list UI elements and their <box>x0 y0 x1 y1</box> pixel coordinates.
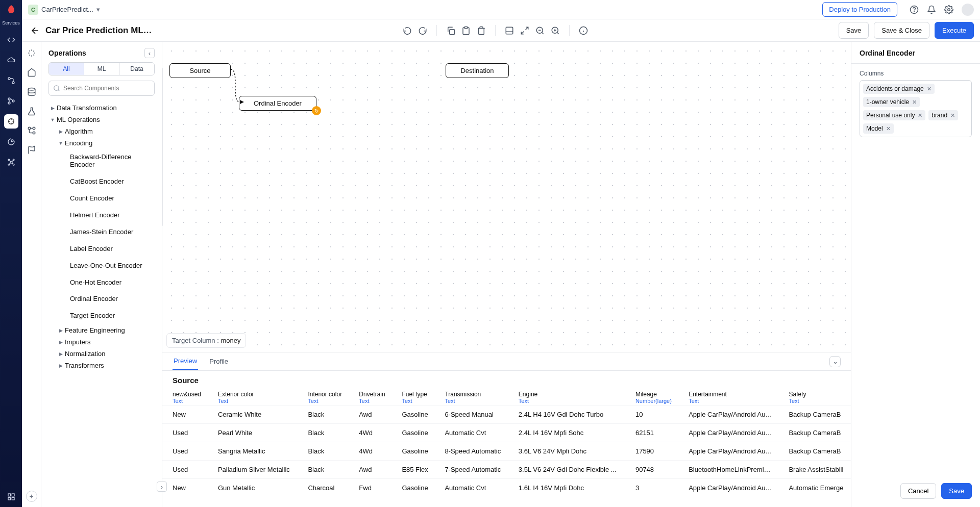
table-row[interactable]: UsedPearl WhiteBlack4WdGasolineAutomatic… <box>162 424 851 442</box>
tree-ml-operations[interactable]: ▼ML Operations <box>41 114 162 125</box>
column-tag[interactable]: Personal use only✕ <box>863 110 925 120</box>
table-cell: 10 <box>625 405 678 424</box>
rail-ml-icon[interactable] <box>4 155 18 169</box>
home-icon[interactable] <box>26 66 38 79</box>
tree-leaf[interactable]: One-Hot Encoder <box>41 274 162 291</box>
panel-save-button[interactable]: Save <box>941 483 972 499</box>
tab-data[interactable]: Data <box>119 63 154 75</box>
tree-leaf[interactable]: Count Encoder <box>41 190 162 207</box>
nodes-icon[interactable] <box>26 124 38 137</box>
table-row[interactable]: NewCeramic WhiteBlackAwdGasoline6-Speed … <box>162 405 851 424</box>
zoom-in-icon[interactable] <box>548 23 563 38</box>
tree-feature-engineering[interactable]: ▶Feature Engineering <box>41 324 162 336</box>
rail-diagram-icon[interactable] <box>4 73 18 88</box>
remove-tag-icon[interactable]: ✕ <box>950 112 955 119</box>
rail-pipeline-icon[interactable] <box>4 114 18 129</box>
node-ordinal-encoder[interactable]: Ordinal Encoder <box>239 96 316 111</box>
database-icon[interactable] <box>26 86 38 98</box>
table-row[interactable]: UsedPalladium Silver MetallicBlackAwdE85… <box>162 461 851 479</box>
tree-algorithm[interactable]: ▶Algorithm <box>41 125 162 137</box>
add-component-button[interactable]: + <box>26 491 37 502</box>
tree-leaf[interactable]: Helmert Encoder <box>41 207 162 224</box>
fullscreen-icon[interactable] <box>517 23 532 38</box>
save-button[interactable]: Save <box>839 22 869 39</box>
rail-cloud-icon[interactable] <box>4 53 18 67</box>
column-tag[interactable]: brand✕ <box>928 110 958 120</box>
tree-normalization[interactable]: ▶Normalization <box>41 348 162 360</box>
project-selector[interactable]: C CarPricePredict... ▾ <box>28 5 100 15</box>
column-header[interactable]: EngineText <box>508 388 625 405</box>
column-tag[interactable]: 1-owner vehicle✕ <box>863 97 920 107</box>
tree-leaf[interactable]: James-Stein Encoder <box>41 224 162 241</box>
user-avatar[interactable] <box>962 4 974 16</box>
rail-spiral-icon[interactable] <box>4 135 18 149</box>
tab-all[interactable]: All <box>49 63 84 75</box>
table-cell: Gasoline <box>391 424 434 442</box>
remove-tag-icon[interactable]: ✕ <box>918 112 922 119</box>
deploy-button[interactable]: Deploy to Production <box>822 2 897 17</box>
table-row[interactable]: NewGun MetallicCharcoalFwdGasolineAutoma… <box>162 479 851 497</box>
flask-icon[interactable] <box>26 105 38 117</box>
info-icon[interactable] <box>576 23 591 38</box>
back-button[interactable] <box>28 23 42 38</box>
column-tag[interactable]: Model✕ <box>863 123 894 134</box>
layout-icon[interactable] <box>502 23 517 38</box>
node-destination[interactable]: Destination <box>446 63 509 78</box>
column-header[interactable]: MileageNumber(large) <box>625 388 678 405</box>
node-source[interactable]: Source <box>169 63 231 78</box>
tree-leaf[interactable]: Label Encoder <box>41 241 162 258</box>
remove-tag-icon[interactable]: ✕ <box>886 125 891 132</box>
tree-encoding[interactable]: ▼Encoding <box>41 137 162 149</box>
bell-icon[interactable] <box>926 4 937 15</box>
column-header[interactable]: Exterior colorText <box>208 388 298 405</box>
column-header[interactable]: Fuel typeText <box>391 388 434 405</box>
undo-icon[interactable] <box>400 23 415 38</box>
tree-leaf[interactable]: CatBoost Encoder <box>41 173 162 190</box>
column-header[interactable]: Interior colorText <box>298 388 349 405</box>
table-cell: Automatic Emerge <box>778 479 851 497</box>
copy-icon[interactable] <box>443 23 458 38</box>
rail-branch-icon[interactable] <box>4 94 18 108</box>
tree-data-transformation[interactable]: ▶Data Transformation <box>41 102 162 114</box>
search-components[interactable] <box>48 81 155 96</box>
rail-code-icon[interactable] <box>4 33 18 47</box>
help-icon[interactable] <box>909 4 920 15</box>
gear-icon[interactable] <box>943 4 954 15</box>
zoom-out-icon[interactable] <box>532 23 548 38</box>
column-tag[interactable]: Accidents or damage✕ <box>863 84 935 94</box>
tab-preview[interactable]: Preview <box>173 353 198 370</box>
table-row[interactable]: UsedSangria MetallicBlack4WdGasoline8-Sp… <box>162 442 851 461</box>
remove-tag-icon[interactable]: ✕ <box>912 99 917 106</box>
column-header[interactable]: EntertainmentText <box>678 388 778 405</box>
collapse-panel-button[interactable]: ‹ <box>144 48 155 58</box>
save-close-button[interactable]: Save & Close <box>874 22 929 39</box>
column-header[interactable]: new&usedText <box>162 388 208 405</box>
sparkle-icon[interactable] <box>26 47 38 59</box>
column-header[interactable]: SafetyText <box>778 388 851 405</box>
execute-button[interactable]: Execute <box>935 22 974 39</box>
canvas-scroll-handle[interactable] <box>162 67 163 226</box>
paste-icon[interactable] <box>458 23 474 38</box>
tree-transformers[interactable]: ▶Transformers <box>41 360 162 371</box>
remove-tag-icon[interactable]: ✕ <box>927 86 932 92</box>
search-input[interactable] <box>63 85 150 92</box>
collapse-preview-button[interactable]: ⌄ <box>829 356 841 367</box>
tree-leaf[interactable]: Ordinal Encoder <box>41 291 162 308</box>
operations-tree: ▶Data Transformation ▼ML Operations ▶Alg… <box>41 102 162 507</box>
tree-leaf[interactable]: Backward-Difference Encoder <box>41 149 162 173</box>
panel-cancel-button[interactable]: Cancel <box>900 483 936 499</box>
pipeline-canvas[interactable]: Source Destination Ordinal Encoder Targe… <box>162 42 851 352</box>
columns-tag-input[interactable]: Accidents or damage✕1-owner vehicle✕Pers… <box>860 80 972 137</box>
flag-icon[interactable] <box>26 144 38 156</box>
tree-imputers[interactable]: ▶Imputers <box>41 336 162 348</box>
column-header[interactable]: TransmissionText <box>434 388 508 405</box>
rail-apps-icon[interactable] <box>4 490 18 504</box>
trash-icon[interactable] <box>474 23 489 38</box>
redo-icon[interactable] <box>415 23 430 38</box>
tree-leaf[interactable]: Leave-One-Out Encoder <box>41 258 162 274</box>
tab-profile[interactable]: Profile <box>208 353 229 369</box>
column-header[interactable]: DrivetrainText <box>349 388 391 405</box>
search-icon <box>53 85 60 92</box>
tree-leaf[interactable]: Target Encoder <box>41 308 162 324</box>
tab-ml[interactable]: ML <box>84 63 119 75</box>
